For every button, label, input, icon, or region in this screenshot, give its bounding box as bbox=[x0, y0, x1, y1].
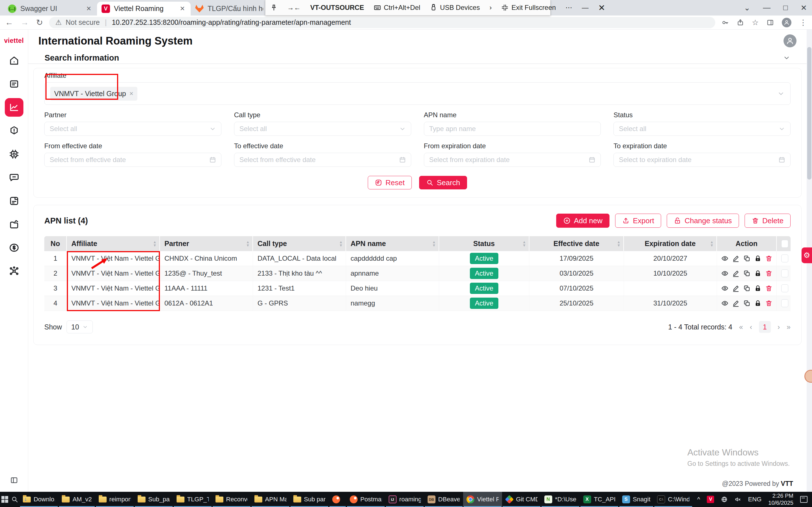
export-button[interactable]: Export bbox=[615, 214, 661, 228]
exit-fullscreen-button[interactable]: Exit Fullscreen bbox=[496, 4, 560, 11]
taskbar-item-reconve-folder[interactable]: Reconve... bbox=[212, 492, 251, 507]
sidebar-item-rating-active[interactable] bbox=[5, 98, 23, 117]
prev-page-button[interactable]: ‹ bbox=[750, 323, 752, 331]
sidebar-item-files[interactable] bbox=[8, 218, 20, 231]
sidebar-item-messages[interactable] bbox=[8, 171, 20, 184]
language-indicator[interactable]: ENG bbox=[748, 496, 762, 503]
copy-icon[interactable] bbox=[743, 254, 751, 263]
taskbar-item-reimport-folder[interactable]: reimport bbox=[95, 492, 134, 507]
share-icon[interactable] bbox=[737, 19, 744, 26]
chip-remove-icon[interactable]: × bbox=[130, 90, 134, 98]
taskbar-item-sub-part-folder[interactable]: Sub_part... bbox=[134, 492, 173, 507]
collapse-arrows-icon[interactable]: →← bbox=[282, 4, 305, 11]
edit-icon[interactable] bbox=[732, 269, 740, 278]
scrollbar-thumb[interactable] bbox=[807, 47, 811, 179]
sidebar-item-alerts[interactable] bbox=[8, 124, 20, 137]
taskbar-item-downloads-folder[interactable]: Downlo... bbox=[19, 492, 58, 507]
taskbar-item-sub-part2-folder[interactable]: Sub part... bbox=[290, 492, 329, 507]
security-label[interactable]: Not secure bbox=[66, 18, 100, 26]
taskbar-item-apn-ma-folder[interactable]: APN Ma... bbox=[251, 492, 290, 507]
delete-row-icon[interactable] bbox=[765, 269, 772, 278]
back-button[interactable]: ← bbox=[5, 18, 13, 27]
taskbar-clock[interactable]: 2:26 PM10/6/2025 bbox=[768, 492, 794, 506]
column-header-effective-date[interactable]: Effective date▲▼ bbox=[529, 236, 624, 251]
row-checkbox[interactable] bbox=[781, 255, 788, 262]
reload-button[interactable]: ↻ bbox=[36, 18, 43, 27]
calendar-icon[interactable] bbox=[589, 156, 595, 163]
taskbar-item-chrome-viettel[interactable]: Viettel R... bbox=[463, 492, 502, 507]
search-button[interactable]: Search bbox=[419, 176, 467, 189]
affiliate-select[interactable]: VNMVT - Viettel Group × bbox=[44, 82, 791, 105]
chevron-right-icon[interactable]: › bbox=[485, 4, 496, 11]
volume-muted-icon[interactable] bbox=[734, 496, 741, 503]
taskbar-item-snagit[interactable]: SSnagit bbox=[619, 492, 654, 507]
view-icon[interactable] bbox=[721, 299, 728, 307]
row-checkbox[interactable] bbox=[781, 284, 788, 292]
taskbar-item-postman[interactable]: Postman bbox=[346, 492, 385, 507]
column-header-call-type[interactable]: Call type▲▼ bbox=[253, 236, 346, 251]
forward-button[interactable]: → bbox=[20, 18, 29, 27]
add-new-button[interactable]: Add new bbox=[556, 214, 609, 228]
taskbar-item-postman-agent[interactable] bbox=[329, 492, 346, 507]
browser-profile-avatar[interactable] bbox=[782, 18, 792, 27]
close-tab-icon[interactable]: ✕ bbox=[85, 5, 93, 12]
collapse-chevron-icon[interactable] bbox=[783, 54, 790, 61]
apn-name-input[interactable] bbox=[429, 125, 596, 133]
affiliate-chip[interactable]: VNMVT - Viettel Group × bbox=[50, 87, 137, 101]
taskbar-search-button[interactable] bbox=[10, 492, 20, 507]
window-maximize-button[interactable]: □ bbox=[783, 3, 788, 12]
lock-icon[interactable] bbox=[754, 284, 762, 292]
edit-icon[interactable] bbox=[732, 284, 740, 292]
close-tab-icon[interactable]: ✕ bbox=[179, 5, 186, 12]
column-header-apn-name[interactable]: APN name▲▼ bbox=[346, 236, 439, 251]
column-header-expiration-date[interactable]: Expiration date▲▼ bbox=[624, 236, 717, 251]
tray-show-hidden-icon[interactable]: ^ bbox=[697, 496, 700, 503]
delete-row-icon[interactable] bbox=[765, 299, 772, 307]
toolbar-more-button[interactable]: ⋯ bbox=[561, 4, 577, 11]
next-page-button[interactable]: › bbox=[777, 323, 780, 331]
copy-icon[interactable] bbox=[743, 299, 751, 307]
not-secure-warning-icon[interactable]: ⚠ bbox=[55, 18, 61, 26]
lock-icon[interactable] bbox=[754, 254, 762, 263]
delete-row-icon[interactable] bbox=[765, 254, 772, 263]
sidebar-item-billing[interactable] bbox=[8, 241, 20, 254]
lock-icon[interactable] bbox=[754, 269, 762, 278]
taskbar-item-cmd[interactable]: C:\C:\Wind... bbox=[654, 492, 693, 507]
action-center-icon[interactable] bbox=[800, 496, 808, 503]
column-header-status[interactable]: Status▲▼ bbox=[439, 236, 529, 251]
pin-toolbar-button[interactable] bbox=[265, 4, 282, 11]
taskbar-item-tlgp-folder[interactable]: TLGP_Ti... bbox=[173, 492, 212, 507]
last-page-button[interactable]: » bbox=[786, 323, 791, 331]
view-icon[interactable] bbox=[721, 284, 728, 292]
sort-icons[interactable]: ▲▼ bbox=[522, 240, 526, 247]
calendar-icon[interactable] bbox=[209, 156, 216, 163]
sidebar-item-system[interactable] bbox=[8, 148, 20, 161]
sort-icons[interactable]: ▲▼ bbox=[432, 240, 436, 247]
delete-button[interactable]: Delete bbox=[745, 214, 791, 228]
select-all-checkbox[interactable] bbox=[777, 236, 793, 251]
taskbar-item-notepadpp[interactable]: N*D:\User... bbox=[541, 492, 580, 507]
edit-icon[interactable] bbox=[732, 254, 740, 263]
status-select[interactable]: Select all bbox=[613, 122, 791, 136]
view-icon[interactable] bbox=[721, 269, 728, 278]
column-header-affiliate[interactable]: Affiliate▲▼ bbox=[67, 236, 160, 251]
page-size-select[interactable]: 10 bbox=[66, 321, 93, 333]
copy-icon[interactable] bbox=[743, 284, 751, 292]
window-minimize-button[interactable]: — bbox=[763, 3, 770, 12]
current-page-button[interactable]: 1 bbox=[759, 321, 771, 333]
side-panel-icon[interactable] bbox=[767, 19, 774, 26]
sidebar-item-reports[interactable] bbox=[8, 194, 20, 208]
network-globe-icon[interactable] bbox=[721, 496, 728, 503]
url-omnibox[interactable]: ⚠ Not secure | 10.207.252.135:8200/roami… bbox=[49, 17, 715, 28]
sidebar-item-home[interactable] bbox=[8, 54, 20, 67]
row-checkbox[interactable] bbox=[781, 269, 788, 277]
from-effective-date-input[interactable] bbox=[50, 156, 209, 164]
sort-icons[interactable]: ▲▼ bbox=[710, 240, 714, 247]
view-icon[interactable] bbox=[721, 254, 728, 263]
column-header-no[interactable]: No bbox=[44, 236, 67, 251]
tab-search-chevron-icon[interactable]: ⌄ bbox=[744, 3, 750, 12]
sidebar-item-network[interactable] bbox=[8, 265, 20, 278]
to-effective-date-input[interactable] bbox=[240, 156, 399, 164]
sort-icons[interactable]: ▲▼ bbox=[339, 240, 343, 247]
taskbar-item-intellij-roaming[interactable]: IJroaming... bbox=[385, 492, 424, 507]
